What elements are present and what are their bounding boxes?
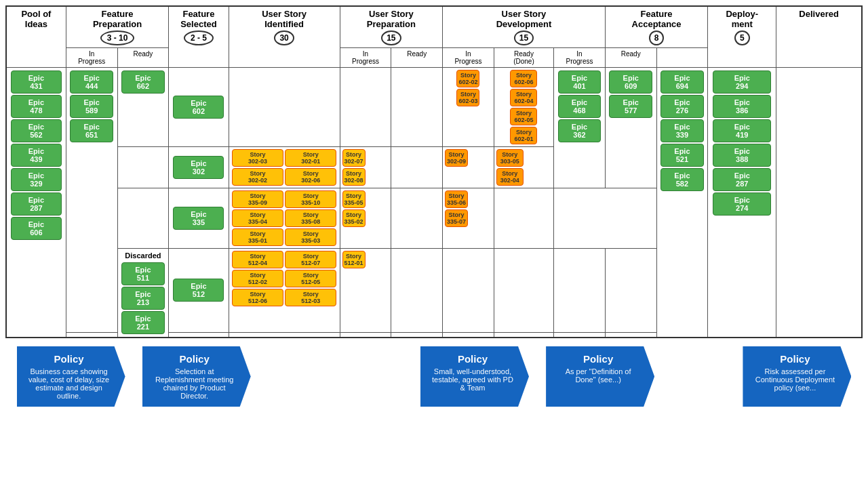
featsel-335: Epic335 (169, 188, 229, 249)
story-335-06: Story335-06 (445, 190, 468, 208)
epic-274: Epic274 (713, 192, 771, 216)
policy-section: Policy Business case showing value, cost… (5, 341, 863, 407)
epic-602: Epic602 (173, 96, 224, 119)
featprep-wip: 3 - 10 (100, 30, 135, 45)
epic-512: Epic512 (173, 279, 224, 302)
epic-431: Epic431 (11, 70, 62, 94)
policy-gap2 (671, 346, 726, 407)
usp-ip-302: Story302-07 Story302-08 (340, 147, 391, 188)
usd-wip: 15 (514, 30, 534, 45)
story-602-02: Story602-02 (456, 70, 479, 87)
featprep-r-col-2 (117, 147, 169, 188)
fa-r-empty (554, 332, 606, 338)
policy-gap (268, 346, 403, 407)
story-302-04: Story302-04 (496, 168, 524, 186)
policy-1-title: Policy (26, 353, 112, 365)
story-602-06: Story602-06 (510, 70, 537, 87)
usp-r-602 (391, 68, 443, 147)
story-602-05: Story602-05 (510, 108, 537, 125)
story-512-06: Story512-06 (232, 289, 283, 306)
discarded-label: Discarded (119, 250, 167, 261)
story-302-08: Story302-08 (342, 168, 366, 186)
epic-577: Epic577 (609, 95, 652, 118)
col-delivered-header: Delivered (776, 6, 862, 68)
delivered-col: Epic294 Epic386 Epic419 Epic388 Epic287 … (708, 68, 776, 338)
story-335-05: Story335-05 (342, 190, 366, 208)
epic-339: Epic339 (660, 119, 704, 142)
usp-r-empty (340, 332, 391, 338)
story-335-07: Story335-07 (445, 209, 468, 227)
epic-521: Epic521 (660, 144, 704, 167)
usd-ip-302: Story302-09 (443, 147, 494, 188)
epic-662: Epic662 (121, 70, 165, 94)
policy-1: Policy Business case showing value, cost… (17, 346, 125, 407)
featsel-302: Epic302 (169, 147, 229, 188)
story-512-04: Story512-04 (232, 251, 283, 268)
usp-ip-512: Story512-01 (340, 249, 391, 333)
col-fa-header: FeatureAcceptance8 (605, 6, 707, 48)
fa-ip-sub: InProgress (554, 48, 606, 68)
story-302-07: Story302-07 (342, 149, 366, 167)
epic-651: Epic651 (70, 119, 113, 142)
policy-2: Policy Selection at Replenishment meetin… (142, 346, 251, 407)
epic-478: Epic478 (11, 95, 62, 118)
epic-589: Epic589 (70, 95, 113, 118)
kanban-board: Pool ofIdeas FeaturePreparation3 - 10 Fe… (0, 0, 868, 412)
story-335-02: Story335-02 (342, 209, 366, 227)
usp-ip-602 (340, 68, 391, 147)
epic-606: Epic606 (11, 217, 62, 240)
story-512-05: Story512-05 (285, 270, 336, 287)
usd-rd-empty (443, 332, 494, 338)
fa-wip: 8 (649, 30, 665, 45)
featprep-r-col-3 (117, 188, 169, 249)
story-335-01: Story335-01 (232, 228, 283, 246)
featsel-empty (66, 332, 117, 338)
featprep-ip-column: Epic444 Epic589 Epic651 (66, 68, 117, 333)
usp-ip-empty (229, 332, 340, 338)
usp-wip: 15 (381, 30, 401, 45)
epic-582: Epic582 (660, 168, 704, 191)
featsel-512: Epic512 (169, 249, 229, 333)
epic-562: Epic562 (11, 119, 62, 142)
epic-335: Epic335 (173, 207, 224, 230)
usd-ip-sub: InProgress (443, 48, 494, 68)
usd-rd-512 (494, 249, 553, 333)
fa-r-sub: Ready (605, 48, 656, 68)
usd-ip-empty (391, 332, 443, 338)
story-512-01: Story512-01 (342, 251, 366, 268)
story-302-03: Story302-03 (232, 149, 283, 167)
fa-r-col: Epic609 Epic577 (605, 68, 656, 188)
usp-r-sub: Ready (391, 48, 443, 68)
fa-ip-empty (494, 332, 553, 338)
usi-302: Story302-03 Story302-01 Story302-02 Stor… (229, 147, 340, 188)
story-335-09: Story335-09 (232, 190, 283, 208)
policy-3-title: Policy (430, 353, 515, 365)
featprep-r-col-1: Epic662 (117, 68, 169, 147)
story-335-04: Story335-04 (232, 209, 283, 227)
pool-column: Epic431 Epic478 Epic562 Epic439 Epic329 … (6, 68, 66, 338)
featprep-r-sub: Ready (117, 48, 169, 68)
board-table: Pool ofIdeas FeaturePreparation3 - 10 Fe… (5, 5, 863, 338)
story-302-01: Story302-01 (285, 149, 336, 167)
policy-4-title: Policy (555, 353, 641, 365)
epic-511: Epic511 (121, 262, 165, 285)
featsel-602: Epic602 (169, 68, 229, 147)
epic-419: Epic419 (713, 119, 771, 142)
policy-3-text: Small, well-understood, testable, agreed… (430, 367, 515, 392)
featprep-ip-sub: InProgress (66, 48, 117, 68)
epic-362: Epic362 (558, 119, 601, 142)
story-512-03: Story512-03 (285, 289, 336, 306)
col-deploy-header: Deploy-ment5 (708, 6, 776, 68)
usi-empty (169, 332, 229, 338)
fa-ip-bottom (554, 249, 606, 333)
epic-287: Epic287 (11, 192, 62, 216)
policy-5-text: Risk assessed per Continuous Deployment … (752, 367, 837, 392)
usi-602 (229, 68, 340, 147)
featsel-wip: 2 - 5 (184, 30, 214, 45)
policy-1-text: Business case showing value, cost of del… (26, 367, 112, 400)
epic-468: Epic468 (558, 95, 601, 118)
usp-r-302 (391, 147, 443, 188)
story-602-03: Story602-03 (456, 89, 479, 106)
usi-512: Story512-04 Story512-07 Story512-02 Stor… (229, 249, 340, 333)
col-pool-header: Pool ofIdeas (6, 6, 66, 68)
